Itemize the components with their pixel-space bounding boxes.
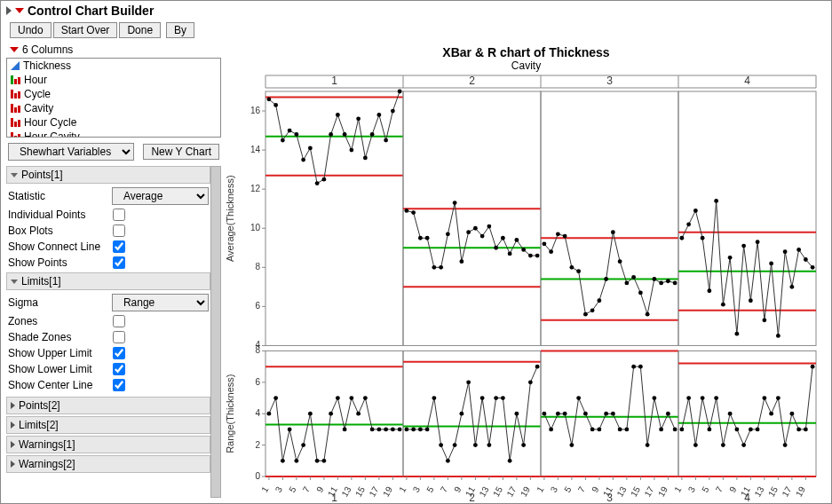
svg-text:4: 4 (255, 408, 260, 418)
undo-button[interactable]: Undo (10, 22, 52, 38)
svg-text:15: 15 (491, 484, 504, 499)
svg-point-27 (294, 132, 298, 137)
svg-point-79 (597, 298, 601, 303)
zones-checkbox[interactable] (113, 315, 125, 327)
nom-green-icon (11, 75, 20, 84)
svg-point-207 (714, 396, 718, 400)
svg-point-30 (315, 181, 320, 185)
svg-text:19: 19 (794, 484, 807, 499)
column-label: Hour Cavity (24, 130, 80, 138)
svg-point-108 (769, 261, 773, 265)
svg-point-193 (646, 443, 650, 447)
svg-text:13: 13 (478, 484, 491, 499)
svg-text:10: 10 (250, 223, 261, 232)
show-lower-checkbox[interactable] (113, 363, 125, 375)
svg-point-197 (673, 428, 677, 432)
done-button[interactable]: Done (119, 22, 161, 38)
section-warnings2-header[interactable]: Warnings[2] (6, 455, 210, 473)
svg-point-155 (411, 428, 416, 432)
svg-point-106 (756, 240, 760, 244)
svg-text:3: 3 (686, 484, 698, 494)
show-connect-line-checkbox[interactable] (113, 240, 125, 253)
column-item[interactable]: Hour (7, 73, 220, 87)
column-item[interactable]: Thickness (7, 59, 220, 73)
svg-rect-126 (265, 350, 403, 476)
svg-point-103 (734, 332, 739, 336)
columns-header: 6 Columns (22, 43, 73, 56)
svg-text:1: 1 (672, 484, 684, 494)
svg-text:13: 13 (753, 484, 766, 499)
sigma-select[interactable]: Range (112, 294, 209, 311)
chart-title: XBar & R chart of Thickness (221, 42, 831, 59)
svg-text:3: 3 (606, 492, 613, 504)
svg-text:9: 9 (452, 484, 464, 494)
window-title: Control Chart Builder (28, 4, 154, 18)
svg-point-140 (336, 396, 340, 400)
svg-text:5: 5 (562, 484, 574, 494)
chart-type-select[interactable]: Shewhart Variables (8, 143, 134, 161)
shade-zones-checkbox[interactable] (113, 331, 125, 343)
column-item[interactable]: Hour Cycle (7, 115, 220, 130)
columns-disclosure-icon[interactable] (10, 47, 19, 52)
section-limits2-header[interactable]: Limits[2] (6, 416, 210, 434)
svg-point-146 (376, 428, 381, 432)
show-upper-checkbox[interactable] (113, 347, 125, 359)
box-plots-checkbox[interactable] (113, 224, 125, 237)
svg-point-171 (521, 443, 526, 447)
svg-point-81 (611, 230, 615, 234)
svg-point-55 (459, 259, 464, 264)
svg-point-147 (384, 428, 388, 432)
menu-icon[interactable] (15, 8, 24, 13)
statistic-select[interactable]: Average (112, 187, 209, 205)
section-points2-header[interactable]: Points[2] (6, 397, 210, 414)
disclosure-down-icon (11, 280, 18, 284)
svg-text:17: 17 (368, 484, 381, 499)
svg-point-209 (728, 412, 733, 416)
svg-point-137 (315, 459, 320, 463)
svg-point-42 (398, 90, 402, 94)
column-item[interactable]: Cavity (7, 101, 220, 115)
show-center-checkbox[interactable] (113, 379, 125, 391)
section-warnings1-header[interactable]: Warnings[1] (6, 436, 210, 453)
svg-text:13: 13 (340, 484, 353, 499)
svg-point-97 (693, 209, 698, 213)
svg-point-132 (281, 459, 285, 463)
column-item[interactable]: Hour Cavity (7, 130, 220, 138)
svg-point-141 (343, 428, 347, 432)
svg-point-167 (494, 396, 498, 400)
individual-points-checkbox[interactable] (113, 209, 125, 221)
column-item[interactable]: Cycle (7, 87, 220, 101)
svg-point-60 (494, 246, 498, 250)
svg-text:1: 1 (331, 75, 337, 87)
svg-point-204 (693, 443, 698, 447)
disclosure-icon[interactable] (6, 6, 12, 15)
svg-point-99 (707, 288, 711, 293)
svg-point-189 (618, 428, 622, 432)
svg-point-161 (453, 443, 457, 447)
columns-list[interactable]: ThicknessHourCycleCavityHour CycleHour C… (6, 58, 221, 138)
svg-point-195 (659, 428, 663, 432)
start-over-button[interactable]: Start Over (53, 22, 118, 38)
svg-point-38 (370, 132, 375, 137)
section-limits1-header[interactable]: Limits[1] (6, 272, 210, 290)
left-scrollbar[interactable] (210, 166, 221, 498)
section-points1-header[interactable]: Points[1] (6, 166, 210, 184)
svg-point-35 (349, 148, 353, 153)
svg-point-25 (281, 138, 285, 143)
show-points-checkbox[interactable] (113, 256, 125, 269)
by-button[interactable]: By (166, 22, 194, 38)
svg-point-26 (288, 129, 292, 133)
svg-point-144 (363, 396, 368, 400)
svg-point-40 (384, 138, 388, 143)
svg-point-181 (563, 412, 567, 416)
svg-point-196 (666, 412, 670, 416)
svg-point-98 (701, 236, 705, 240)
svg-rect-19 (265, 91, 403, 345)
svg-text:2: 2 (255, 440, 260, 450)
svg-text:5: 5 (700, 484, 711, 494)
svg-point-29 (308, 146, 313, 150)
nom-red-icon (11, 90, 20, 98)
new-y-chart-button[interactable]: New Y Chart (143, 144, 219, 160)
svg-point-188 (611, 412, 615, 416)
svg-point-185 (590, 428, 595, 432)
